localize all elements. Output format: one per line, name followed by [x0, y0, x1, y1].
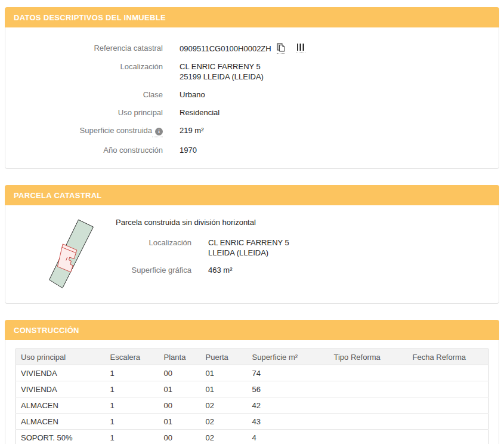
field-localizacion: Localización CL ENRIC FARRENY 5 25199 LL…: [5, 61, 487, 82]
col-header-tipo-reforma: Tipo Reforma: [329, 349, 408, 365]
cell-tipo-reforma: [329, 365, 408, 381]
field-label: Localización: [5, 61, 163, 82]
uso-principal-value: Residencial: [180, 107, 219, 118]
cell-escalera: 1: [106, 430, 159, 444]
field-anio-construccion: Año construcción 1970: [5, 145, 487, 155]
panel-datos-descriptivos: Referencia catastral 0909511CG0100H0002Z…: [5, 27, 499, 169]
superficie-grafica-value: 463 m²: [208, 265, 232, 275]
localizacion-line1: CL ENRIC FARRENY 5: [180, 61, 264, 72]
table-row: ALMACEN 1 00 02 42: [16, 397, 488, 414]
panel-construccion: Uso principal Escalera Planta Puerta Sup…: [5, 340, 499, 444]
col-header-superficie: Superficie m²: [248, 349, 329, 365]
cell-tipo-reforma: [329, 430, 408, 444]
section-parcela-catastral: PARCELA CATASTRAL Parcela construida sin…: [5, 185, 499, 304]
col-header-planta: Planta: [159, 349, 201, 365]
col-header-fecha-reforma: Fecha Reforma: [408, 349, 488, 365]
cell-uso: VIVIENDA: [16, 365, 106, 381]
table-row: VIVIENDA 1 01 01 56: [16, 381, 488, 397]
cell-uso: ALMACEN: [16, 414, 106, 430]
cell-puerta: 01: [201, 365, 248, 381]
barcode-icon[interactable]: [296, 44, 305, 53]
field-superficie-grafica: Superficie gráfica 463 m²: [116, 265, 289, 275]
section-title-datos-descriptivos: DATOS DESCRIPTIVOS DEL INMUEBLE: [5, 7, 499, 27]
cell-uso: VIVIENDA: [16, 381, 106, 397]
cell-escalera: 1: [106, 365, 159, 381]
cell-escalera: 1: [106, 397, 159, 414]
parcela-localizacion-line1: CL ENRIC FARRENY 5: [208, 238, 289, 248]
cell-escalera: 1: [106, 381, 159, 397]
field-label: Año construcción: [5, 145, 163, 155]
cell-planta: 01: [159, 414, 201, 430]
cell-uso: SOPORT. 50%: [16, 430, 106, 444]
copy-icon[interactable]: [277, 43, 285, 54]
cell-puerta: 01: [201, 381, 248, 397]
field-referencia-catastral: Referencia catastral 0909511CG0100H0002Z…: [5, 43, 487, 54]
table-row: ALMACEN 1 01 02 43: [16, 414, 488, 430]
cell-escalera: 1: [106, 414, 159, 430]
cell-fecha-reforma: [408, 397, 488, 414]
cell-fecha-reforma: [408, 365, 488, 381]
cell-planta: 00: [159, 430, 201, 444]
col-header-escalera: Escalera: [106, 349, 159, 365]
field-label: Localización: [116, 238, 191, 258]
field-clase: Clase Urbano: [5, 90, 487, 100]
superficie-construida-value: 219 m²: [180, 125, 203, 137]
cell-uso: ALMACEN: [16, 397, 106, 414]
parcel-map-thumbnail[interactable]: [39, 215, 111, 294]
col-header-uso-principal: Uso principal: [16, 349, 106, 365]
section-title-parcela-catastral: PARCELA CATASTRAL: [5, 185, 499, 205]
clase-value: Urbano: [180, 90, 205, 100]
table-row: SOPORT. 50% 1 00 02 4: [16, 430, 488, 444]
referencia-catastral-value: 0909511CG0100H0002ZH: [180, 44, 271, 54]
field-label: Referencia catastral: [5, 43, 163, 54]
panel-parcela-catastral: Parcela construida sin división horizont…: [5, 205, 499, 304]
cell-puerta: 02: [201, 414, 248, 430]
cell-tipo-reforma: [329, 414, 408, 430]
info-icon[interactable]: i: [155, 128, 163, 135]
field-label: Clase: [5, 90, 163, 100]
localizacion-line2: 25199 LLEIDA (LLEIDA): [180, 72, 264, 82]
cell-fecha-reforma: [408, 430, 488, 444]
section-title-construccion: CONSTRUCCIÓN: [5, 320, 499, 340]
parcela-localizacion-line2: LLEIDA (LLEIDA): [208, 248, 289, 258]
col-header-puerta: Puerta: [201, 349, 248, 365]
cell-puerta: 02: [201, 430, 248, 444]
anio-construccion-value: 1970: [180, 145, 197, 155]
cell-superficie: 43: [248, 414, 329, 430]
cell-superficie: 42: [248, 397, 329, 414]
section-datos-descriptivos: DATOS DESCRIPTIVOS DEL INMUEBLE Referenc…: [5, 7, 499, 169]
cell-planta: 00: [159, 397, 201, 414]
cell-planta: 00: [159, 365, 201, 381]
table-row: VIVIENDA 1 00 01 74: [16, 365, 488, 381]
section-construccion: CONSTRUCCIÓN Uso principal Escalera Plan…: [5, 320, 499, 444]
cell-fecha-reforma: [408, 381, 488, 397]
field-parcela-localizacion: Localización CL ENRIC FARRENY 5 LLEIDA (…: [116, 238, 289, 258]
cell-puerta: 02: [201, 397, 248, 414]
cell-superficie: 4: [248, 430, 329, 444]
field-superficie-construida: Superficie construidai 219 m²: [5, 125, 487, 137]
field-label: Superficie gráfica: [116, 265, 191, 275]
construccion-table: Uso principal Escalera Planta Puerta Sup…: [16, 349, 488, 444]
cell-planta: 01: [159, 381, 201, 397]
table-header-row: Uso principal Escalera Planta Puerta Sup…: [16, 349, 488, 365]
field-label: Superficie construida: [80, 126, 152, 135]
cell-fecha-reforma: [408, 414, 488, 430]
cell-tipo-reforma: [329, 381, 408, 397]
parcela-subtitle: Parcela construida sin división horizont…: [116, 218, 289, 227]
cell-superficie: 56: [248, 381, 329, 397]
field-label: Uso principal: [5, 107, 163, 118]
cell-superficie: 74: [248, 365, 329, 381]
cell-tipo-reforma: [329, 397, 408, 414]
field-uso-principal: Uso principal Residencial: [5, 107, 487, 118]
